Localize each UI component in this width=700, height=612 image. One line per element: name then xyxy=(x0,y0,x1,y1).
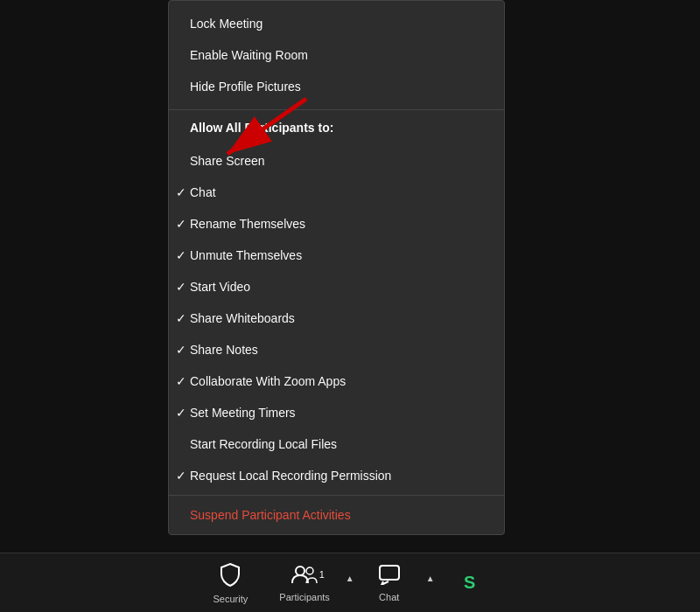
share-toolbar-item[interactable]: S xyxy=(435,573,505,593)
security-icon xyxy=(220,562,241,590)
collaborate-zoom-apps-item[interactable]: ✓ Collaborate With Zoom Apps xyxy=(169,365,504,397)
unmute-checkmark: ✓ xyxy=(176,248,186,262)
start-recording-item[interactable]: Start Recording Local Files xyxy=(169,428,504,460)
chat-toolbar-label: Chat xyxy=(379,592,399,602)
chat-label: Chat xyxy=(190,185,216,199)
start-video-checkmark: ✓ xyxy=(176,280,186,294)
share-notes-label: Share Notes xyxy=(190,343,258,357)
chat-icon xyxy=(378,564,401,588)
participants-chevron-icon[interactable]: ▲ xyxy=(346,574,354,583)
start-video-label: Start Video xyxy=(190,280,250,294)
security-toolbar-item[interactable]: Security xyxy=(195,562,265,604)
participants-toolbar-group: Participants 1 ▲ xyxy=(265,564,354,602)
svg-line-1 xyxy=(228,99,306,154)
svg-rect-4 xyxy=(380,566,399,580)
participant-items-section: Share Screen ✓ Chat ✓ Rename Themselves … xyxy=(169,142,504,496)
rename-label: Rename Themselves xyxy=(190,217,305,231)
suspend-label: Suspend Participant Activities xyxy=(190,508,351,522)
request-recording-label: Request Local Recording Permission xyxy=(190,469,391,483)
chat-item[interactable]: ✓ Chat xyxy=(169,177,504,208)
suspend-section: Suspend Participant Activities xyxy=(169,496,504,534)
start-recording-label: Start Recording Local Files xyxy=(190,437,337,451)
chat-chevron-icon[interactable]: ▲ xyxy=(426,574,435,583)
share-icon: S xyxy=(464,573,475,593)
participants-label: Participants xyxy=(279,592,329,602)
chat-toolbar-item[interactable]: Chat xyxy=(354,564,424,602)
enable-waiting-room-label: Enable Waiting Room xyxy=(190,48,308,62)
suspend-activities-item[interactable]: Suspend Participant Activities xyxy=(169,499,504,531)
enable-waiting-room-item[interactable]: Enable Waiting Room xyxy=(169,39,504,71)
dropdown-menu: Lock Meeting Enable Waiting Room Hide Pr… xyxy=(168,0,505,535)
start-video-item[interactable]: ✓ Start Video xyxy=(169,271,504,303)
collaborate-label: Collaborate With Zoom Apps xyxy=(190,374,346,388)
hide-profile-pictures-label: Hide Profile Pictures xyxy=(190,80,301,94)
request-recording-checkmark: ✓ xyxy=(176,469,186,483)
participants-count: 1 xyxy=(319,569,325,580)
share-whiteboards-checkmark: ✓ xyxy=(176,311,186,325)
set-meeting-timers-item[interactable]: ✓ Set Meeting Timers xyxy=(169,397,504,428)
set-timers-checkmark: ✓ xyxy=(176,406,186,420)
red-arrow xyxy=(210,94,315,164)
rename-themselves-item[interactable]: ✓ Rename Themselves xyxy=(169,208,504,240)
share-notes-checkmark: ✓ xyxy=(176,343,186,357)
svg-point-3 xyxy=(306,567,313,574)
toolbar: Security Participants 1 ▲ xyxy=(0,553,700,612)
unmute-themselves-item[interactable]: ✓ Unmute Themselves xyxy=(169,240,504,271)
security-label: Security xyxy=(213,594,248,604)
svg-point-2 xyxy=(296,567,304,575)
participants-toolbar-item[interactable]: Participants 1 xyxy=(265,564,343,602)
chat-toolbar-group: Chat ▲ xyxy=(354,564,435,602)
share-whiteboards-label: Share Whiteboards xyxy=(190,311,295,325)
lock-meeting-label: Lock Meeting xyxy=(190,17,262,31)
chat-checkmark: ✓ xyxy=(176,185,186,199)
request-recording-item[interactable]: ✓ Request Local Recording Permission xyxy=(169,460,504,491)
share-whiteboards-item[interactable]: ✓ Share Whiteboards xyxy=(169,303,504,334)
share-notes-item[interactable]: ✓ Share Notes xyxy=(169,334,504,365)
rename-checkmark: ✓ xyxy=(176,217,186,231)
set-timers-label: Set Meeting Timers xyxy=(190,406,296,420)
collaborate-checkmark: ✓ xyxy=(176,374,186,388)
participants-icon xyxy=(291,564,318,588)
unmute-label: Unmute Themselves xyxy=(190,248,302,262)
lock-meeting-item[interactable]: Lock Meeting xyxy=(169,8,504,39)
